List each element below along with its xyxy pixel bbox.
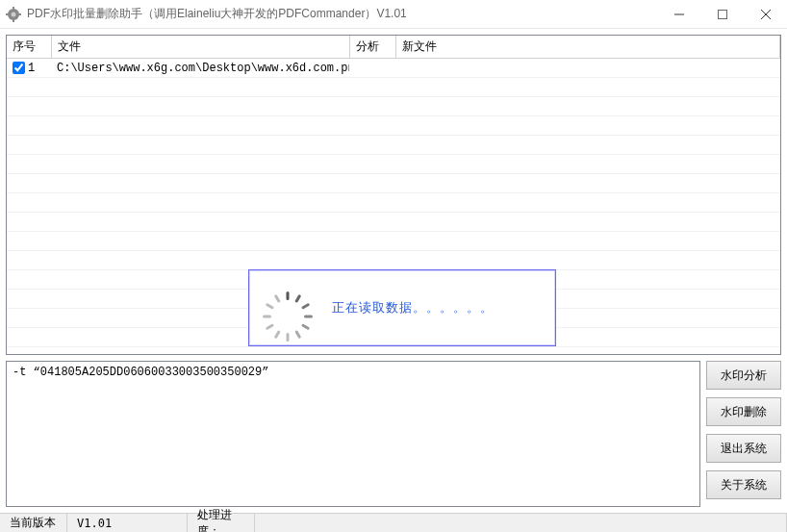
analyze-watermark-button[interactable]: 水印分析: [706, 361, 781, 390]
table-row: [7, 347, 780, 356]
svg-rect-4: [6, 13, 9, 15]
button-column: 水印分析 水印删除 退出系统 关于系统: [706, 361, 781, 507]
cell-num: 1: [7, 59, 51, 78]
col-header-file[interactable]: 文件: [51, 36, 349, 59]
minimize-icon: [674, 10, 684, 19]
table-header-row: 序号 文件 分析 新文件: [7, 36, 780, 59]
table-row: [7, 174, 780, 193]
loading-dialog: 正在读取数据。。。。。。: [248, 269, 556, 346]
table-row: [7, 97, 780, 116]
spinner-icon: [270, 291, 305, 325]
svg-point-1: [12, 12, 16, 16]
delete-watermark-button[interactable]: 水印删除: [706, 397, 781, 426]
loading-text: 正在读取数据。。。。。。: [332, 299, 494, 317]
svg-rect-7: [718, 10, 726, 18]
window-title: PDF水印批量删除助手（调用Elaineliu大神开发的PDFCommander…: [27, 6, 657, 22]
close-icon: [761, 10, 771, 19]
svg-rect-5: [18, 13, 21, 15]
row-num: 1: [28, 62, 35, 75]
maximize-icon: [718, 10, 727, 19]
status-progress-area: [255, 514, 787, 532]
status-version-value: V1.01: [67, 514, 188, 532]
svg-rect-2: [13, 7, 14, 10]
cell-newfile: [395, 59, 780, 78]
app-icon: [6, 7, 21, 22]
title-bar: PDF水印批量删除助手（调用Elaineliu大神开发的PDFCommander…: [0, 0, 787, 29]
col-header-num[interactable]: 序号: [7, 36, 51, 59]
table-row: [7, 193, 780, 213]
window-controls: [657, 0, 787, 28]
log-output[interactable]: -t “041805A205DD06060033003500350029”: [6, 361, 700, 507]
col-header-analyze[interactable]: 分析: [349, 36, 395, 59]
exit-button[interactable]: 退出系统: [706, 434, 781, 463]
cell-file: C:\Users\www.x6g.com\Desktop\www.x6d.com…: [51, 59, 349, 78]
maximize-button[interactable]: [700, 0, 744, 28]
table-row: [7, 213, 780, 232]
table-row: [7, 155, 780, 174]
bottom-panel: -t “041805A205DD06060033003500350029” 水印…: [6, 361, 781, 507]
table-row: [7, 251, 780, 270]
row-checkbox[interactable]: [13, 62, 25, 74]
status-bar: 当前版本 V1.01 处理进度：: [0, 513, 787, 532]
status-version-label: 当前版本: [0, 514, 67, 532]
table-row: [7, 78, 780, 97]
table-row: [7, 116, 780, 136]
svg-rect-3: [13, 19, 14, 22]
cell-analyze: [349, 59, 395, 78]
table-row: [7, 136, 780, 155]
status-progress-label: 处理进度：: [188, 514, 255, 532]
about-button[interactable]: 关于系统: [706, 470, 781, 499]
table-row[interactable]: 1 C:\Users\www.x6g.com\Desktop\www.x6d.c…: [7, 59, 780, 78]
table-row: [7, 232, 780, 251]
minimize-button[interactable]: [657, 0, 700, 28]
log-line: -t “041805A205DD06060033003500350029”: [13, 366, 694, 379]
close-button[interactable]: [744, 0, 787, 28]
col-header-newfile[interactable]: 新文件: [395, 36, 780, 59]
